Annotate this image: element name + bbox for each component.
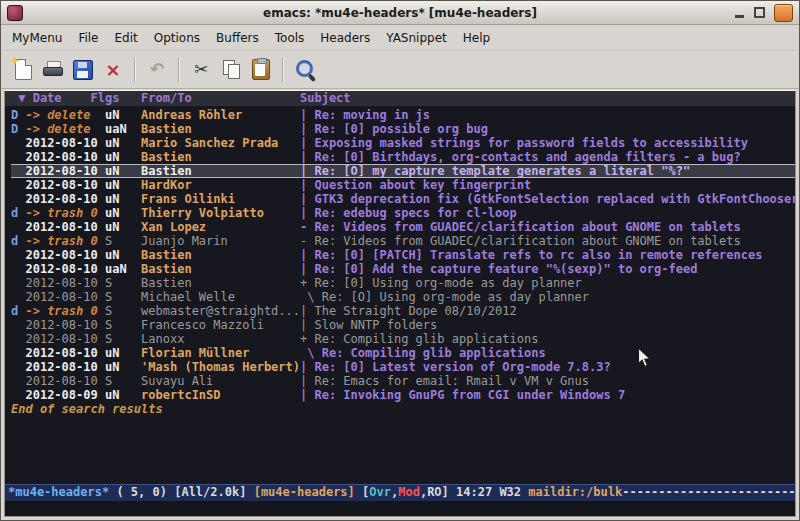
flags-field: uN <box>105 220 141 234</box>
mark-field <box>11 164 25 178</box>
end-of-search-results: End of search results <box>11 402 795 416</box>
date-field: 2012-08-10 <box>25 220 104 234</box>
from-field: Mario Sanchez Prada <box>141 136 300 150</box>
flags-field: uN <box>105 388 141 402</box>
flags-field: uN <box>105 178 141 192</box>
message-row-13[interactable]: 2012-08-10 S Bastien + Re: [0] Using org… <box>11 276 795 290</box>
menubar: MyMenuFileEditOptionsBuffersToolsHeaders… <box>1 25 799 51</box>
from-field: Bastien <box>141 262 300 276</box>
window-menu-icon[interactable] <box>7 5 23 21</box>
thread-prefix: | <box>300 108 314 122</box>
message-row-6[interactable]: 2012-08-10 uN HardKor | Question about k… <box>11 178 795 192</box>
mark-field: D <box>11 122 25 136</box>
new-file-button[interactable] <box>8 55 38 85</box>
date-field: -> delete <box>25 108 104 122</box>
modeline-segment-ovr: Ovr <box>369 485 391 499</box>
undo-button[interactable]: ↶ <box>142 55 172 85</box>
message-row-16[interactable]: 2012-08-10 S Francesco Mazzoli | Slow NN… <box>11 318 795 332</box>
flags-field: S <box>105 318 141 332</box>
thread-prefix: | <box>300 136 314 150</box>
modeline-segment-plain: ( 5, 0) <box>109 485 174 499</box>
message-row-19[interactable]: 2012-08-10 uN 'Mash (Thomas Herbert)| Re… <box>11 360 795 374</box>
message-row-9[interactable]: 2012-08-10 uN Xan Lopez - Re: Videos fro… <box>11 220 795 234</box>
menu-item-edit[interactable]: Edit <box>107 27 146 49</box>
minimize-button[interactable] <box>734 7 745 18</box>
close-button[interactable]: × <box>98 55 128 85</box>
date-field: 2012-08-10 <box>25 360 104 374</box>
thread-prefix: | <box>300 248 314 262</box>
from-field: Lanoxx <box>141 332 300 346</box>
message-row-2[interactable]: D -> delete uaN Bastien | Re: [0] possib… <box>11 122 795 136</box>
thread-prefix: | <box>300 206 314 220</box>
print-button[interactable] <box>38 55 68 85</box>
message-row-11[interactable]: 2012-08-10 uN Bastien | Re: [0] [PATCH] … <box>11 248 795 262</box>
save-button[interactable] <box>68 55 98 85</box>
from-field: Suvayu Ali <box>141 374 300 388</box>
date-field: 2012-08-10 <box>25 164 104 178</box>
menu-item-yasnippet[interactable]: YASnippet <box>378 27 455 49</box>
message-row-3[interactable]: 2012-08-10 uN Mario Sanchez Prada | Expo… <box>11 136 795 150</box>
message-row-14[interactable]: 2012-08-10 S Michael Welle \ Re: [O] Usi… <box>11 290 795 304</box>
copy-button[interactable] <box>216 55 246 85</box>
menu-item-mymenu[interactable]: MyMenu <box>4 27 70 49</box>
message-row-18[interactable]: 2012-08-10 uN Florian Müllner \ Re: Comp… <box>11 346 795 360</box>
menu-item-tools[interactable]: Tools <box>267 27 313 49</box>
message-row-4[interactable]: 2012-08-10 uN Bastien | Re: [0] Birthday… <box>11 150 795 164</box>
thread-prefix: \ <box>300 290 322 304</box>
modeline-segment-mod: Mod <box>398 485 420 499</box>
thread-prefix: | <box>300 122 314 136</box>
message-row-20[interactable]: 2012-08-10 S Suvayu Ali | Re: Emacs for … <box>11 374 795 388</box>
thread-prefix: | <box>300 178 314 192</box>
mu4e-headers-buffer[interactable]: D -> delete uN Andreas Röhler | Re: movi… <box>5 106 795 484</box>
from-field: Bastien <box>141 164 300 178</box>
mark-field <box>11 346 25 360</box>
date-field: 2012-08-10 <box>25 374 104 388</box>
date-field: 2012-08-10 <box>25 276 104 290</box>
menu-item-help[interactable]: Help <box>455 27 498 49</box>
menu-item-file[interactable]: File <box>70 27 106 49</box>
menu-item-options[interactable]: Options <box>146 27 208 49</box>
message-row-17[interactable]: 2012-08-10 S Lanoxx + Re: Compiling glib… <box>11 332 795 346</box>
thread-prefix: + <box>300 332 314 346</box>
print-icon <box>43 61 63 78</box>
maximize-button[interactable] <box>754 7 765 18</box>
message-row-5[interactable]: 2012-08-10 uN Bastien | Re: [O] my captu… <box>11 164 795 178</box>
headers-column-bar[interactable]: ▼ Date Flgs From/To Subject <box>5 91 795 106</box>
paste-button[interactable] <box>246 55 276 85</box>
cut-button[interactable]: ✂ <box>186 55 216 85</box>
message-row-7[interactable]: 2012-08-10 uN Frans Oilinki | GTK3 depre… <box>11 192 795 206</box>
date-field: 2012-08-10 <box>25 136 104 150</box>
from-field: Bastien <box>141 276 300 290</box>
subject-field: Re: Videos from GUADEC/clarification abo… <box>314 234 740 248</box>
subject-field: Re: Emacs for email: Rmail v VM v Gnus <box>314 374 589 388</box>
mouse-cursor <box>637 347 652 369</box>
mark-field <box>11 388 25 402</box>
modeline-segment-bufname: *mu4e-headers* <box>8 485 109 499</box>
thread-prefix: | <box>300 304 314 318</box>
thread-prefix: | <box>300 150 314 164</box>
titlebar[interactable]: emacs: *mu4e-headers* [mu4e-headers] <box>1 1 799 25</box>
mark-field <box>11 248 25 262</box>
message-row-10[interactable]: d -> trash 0 S Juanjo Marin - Re: Videos… <box>11 234 795 248</box>
save-icon <box>73 60 93 80</box>
cut-icon: ✂ <box>194 61 208 78</box>
close-button[interactable] <box>774 4 793 22</box>
date-field: 2012-08-10 <box>25 332 104 346</box>
modeline-segment-mode: [mu4e-headers] <box>254 485 362 499</box>
date-field: 2012-08-10 <box>25 346 104 360</box>
subject-field: Re: [0] Add the capture feature "%(sexp)… <box>314 262 697 276</box>
from-field: Bastien <box>141 150 300 164</box>
menu-item-headers[interactable]: Headers <box>312 27 378 49</box>
message-row-15[interactable]: d -> trash 0 S webmaster@straightd...| T… <box>11 304 795 318</box>
window-controls <box>734 4 793 22</box>
mode-line[interactable]: *mu4e-headers* ( 5, 0) [All/2.0k] [mu4e-… <box>5 484 795 501</box>
search-button[interactable] <box>290 55 320 85</box>
message-row-21[interactable]: 2012-08-09 uN robertcInSD | Re: Invoking… <box>11 388 795 402</box>
toolbar: ×↶✂ <box>1 51 799 89</box>
modeline-segment-plain: 14:27 W32 <box>456 485 528 499</box>
message-row-12[interactable]: 2012-08-10 uaN Bastien | Re: [0] Add the… <box>11 262 795 276</box>
message-row-8[interactable]: d -> trash 0 uN Thierry Volpiatto | Re: … <box>11 206 795 220</box>
subject-field: Re: [O] my capture template generates a … <box>314 164 690 178</box>
message-row-1[interactable]: D -> delete uN Andreas Röhler | Re: movi… <box>11 108 795 122</box>
menu-item-buffers[interactable]: Buffers <box>208 27 267 49</box>
